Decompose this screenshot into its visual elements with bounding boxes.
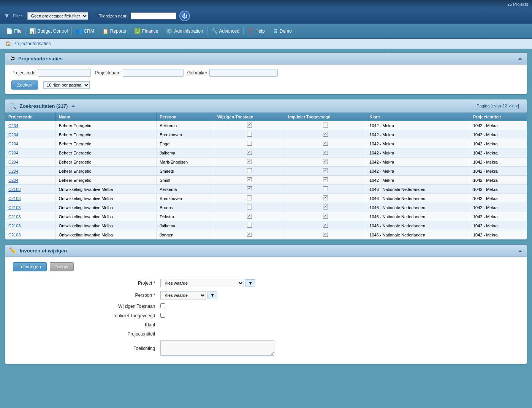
search-panel-collapse[interactable]: ⏶ (518, 55, 523, 61)
breadcrumb-text: Projectautorisaties (13, 41, 51, 46)
finance-icon: 💹 (134, 28, 141, 34)
project-code-link[interactable]: C204 (8, 142, 18, 146)
help-icon: ❓ (247, 28, 254, 34)
search-panel-header: 🗂 Projectautorisaties ⏶ (5, 53, 527, 65)
sidebar-item-crm[interactable]: 👥 CRM (73, 27, 97, 36)
project-code-link[interactable]: C204 (8, 151, 18, 155)
entiteit-cell: 1042 - Mekra (470, 221, 527, 230)
sidebar-item-reports[interactable]: 📋 Reports (99, 27, 129, 36)
toevoegen-button[interactable]: Toevoegen (13, 262, 47, 271)
sidebar-item-help[interactable]: ❓ Help (244, 27, 268, 36)
unchecked-icon (247, 141, 252, 146)
impliciet-cell (285, 130, 366, 139)
unchecked-icon (247, 168, 252, 173)
project-code-link[interactable]: C204 (8, 123, 18, 128)
table-row: C2108Ontwikkeling Invantive MelbaJongen1… (5, 230, 527, 239)
checked-icon (323, 159, 328, 164)
naam-cell: Beheer Energetic (55, 158, 156, 167)
table-row: C204Beheer EnergeticJalkema1042 - Mekra1… (5, 148, 527, 158)
entry-panel-icon: ✏️ (9, 247, 17, 254)
project-code-link[interactable]: C2108 (8, 214, 21, 219)
search-button[interactable]: Zoeken (11, 80, 38, 90)
sidebar-item-administration[interactable]: ⚙️ Administration (163, 27, 206, 36)
persoon-row: Persoon * Kies waarde ▼ (14, 290, 518, 301)
pagination-next[interactable]: >> (508, 103, 514, 109)
wijzigen-cell (214, 194, 285, 203)
sidebar-item-budget-control[interactable]: 📊 Budget Control (26, 27, 71, 36)
search-panel-body: Projectcode Projectnaam Gebruiker Zoeken… (5, 65, 527, 94)
naam-cell: Beheer Energetic (55, 121, 156, 130)
impliciet-checkbox[interactable] (160, 313, 165, 318)
entiteit-cell: 1042 - Mekra (470, 230, 527, 239)
projectnaam-input[interactable] (123, 69, 184, 77)
entry-panel-collapse[interactable]: ⏶ (518, 248, 523, 254)
project-code-link[interactable]: C204 (8, 169, 18, 173)
entry-form: Toevoegen Nieuw Project * Kies waarde ▼ (5, 257, 527, 364)
persoon-select[interactable]: Kies waarde (160, 291, 206, 299)
results-table-container: Projectcode Naam Persoon Wijzigen Toesta… (5, 113, 527, 239)
form-buttons: Toevoegen Nieuw (13, 262, 519, 271)
tijdreizen-input[interactable] (131, 13, 176, 19)
checked-icon (323, 232, 328, 237)
wijzigen-checkbox[interactable] (160, 303, 165, 308)
sidebar-item-file[interactable]: 📄 File (3, 27, 24, 36)
persoon-cell: Breukhoven (157, 194, 214, 203)
projectcode-input[interactable] (38, 69, 91, 77)
gebruiker-input[interactable] (209, 69, 278, 77)
entry-panel: ✏️ Invoeren of wijzigen ⏶ Toevoegen Nieu… (5, 245, 527, 364)
unchecked-icon (247, 205, 252, 210)
persoon-dropdown-btn[interactable]: ▼ (207, 291, 217, 299)
project-code-link[interactable]: C2108 (8, 205, 21, 210)
sidebar-item-demo[interactable]: 🖥 Demo (270, 27, 295, 36)
project-code-link[interactable]: C204 (8, 132, 18, 137)
toelichting-textarea[interactable] (160, 340, 274, 356)
filter-label[interactable]: Filter : (13, 14, 25, 18)
wijzigen-cell (214, 139, 285, 148)
power-button[interactable]: ⏻ (179, 11, 190, 21)
checked-icon (323, 223, 328, 228)
naam-cell: Beheer Energetic (55, 130, 156, 139)
project-dropdown-btn[interactable]: ▼ (245, 279, 255, 287)
project-select[interactable]: Kies waarde (160, 279, 244, 287)
toelichting-field-cell (158, 339, 518, 358)
table-row: C2108Ontwikkeling Invantive MelbaJalkema… (5, 221, 527, 230)
project-code-link[interactable]: C2108 (8, 187, 21, 192)
klant-cell: 1042 - Mekra (366, 176, 470, 185)
results-panel-collapse[interactable]: ⏶ (71, 103, 76, 109)
toelichting-label: Toelichting (14, 339, 157, 358)
project-code-link[interactable]: C204 (8, 178, 18, 183)
persoon-cell: Breukhoven (157, 130, 214, 139)
naam-cell: Ontwikkeling Invantive Melba (55, 203, 156, 212)
nav-label-reports: Reports (110, 28, 126, 34)
nav-label-budget: Budget Control (37, 28, 68, 34)
klant-cell: 1046 - Nationale Nederlanden (366, 194, 470, 203)
nieuw-button[interactable]: Nieuw (50, 262, 74, 271)
entiteit-cell: 1042 - Mekra (470, 176, 527, 185)
nav-separator-2 (71, 27, 72, 35)
projects-count-badge: 25 Projects (507, 2, 528, 6)
table-row: C2108Ontwikkeling Invantive MelbaDirkstr… (5, 212, 527, 221)
results-table: Projectcode Naam Persoon Wijzigen Toesta… (5, 113, 527, 239)
search-form: Projectcode Projectnaam Gebruiker (11, 69, 521, 77)
sidebar-item-finance[interactable]: 💹 Finance (131, 27, 162, 36)
budget-icon: 📊 (29, 28, 36, 34)
project-code-link[interactable]: C2108 (8, 233, 21, 237)
checked-icon (323, 177, 328, 182)
results-panel-icon: 🔍 (9, 102, 17, 110)
sidebar-item-advanced[interactable]: 🔧 Advanced (208, 27, 242, 36)
project-row: Project * Kies waarde ▼ (14, 277, 518, 289)
rows-per-page-select[interactable]: 10 rijen per pagina 25 rijen per pagina … (43, 81, 90, 89)
pagination-last[interactable]: >| (515, 103, 519, 109)
project-code-link[interactable]: C204 (8, 160, 18, 164)
filter-select[interactable]: Geen projectspecifiek filter (27, 12, 88, 20)
table-row: C204Beheer EnergeticEngel1042 - Mekra104… (5, 139, 527, 148)
klant-field-cell (158, 321, 518, 329)
klant-label: Klant (14, 321, 157, 329)
project-code-link[interactable]: C2108 (8, 196, 21, 201)
entiteit-cell: 1042 - Mekra (470, 194, 527, 203)
unchecked-icon (323, 123, 328, 128)
results-panel: 🔍 Zoekresultaten (217) ⏶ Pagina 1 van 22… (5, 99, 527, 239)
projectentiteit-row: Projectentiteit (14, 330, 518, 338)
naam-cell: Ontwikkeling Invantive Melba (55, 212, 156, 221)
project-code-link[interactable]: C2108 (8, 224, 21, 228)
